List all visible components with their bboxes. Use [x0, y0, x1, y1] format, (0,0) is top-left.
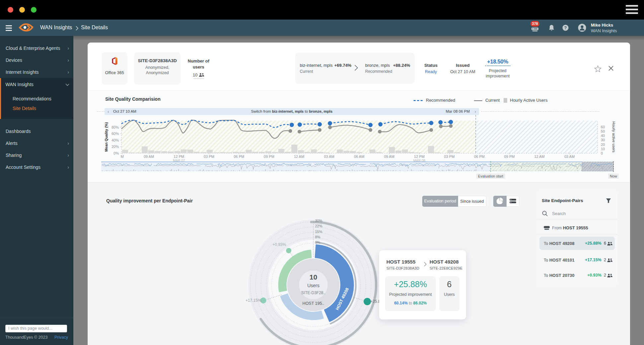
svg-text:M: M: [121, 155, 123, 159]
svg-text:SITE-D3F28..: SITE-D3F28..: [301, 290, 325, 295]
svg-text:09 AM: 09 AM: [384, 155, 394, 159]
svg-text:03 PM: 03 PM: [444, 155, 455, 159]
svg-text:Mean Quality (%): Mean Quality (%): [104, 122, 108, 152]
svg-text:12 AM: 12 AM: [534, 155, 544, 159]
svg-text:Hourly active users: Hourly active users: [612, 121, 616, 153]
svg-text:09 AM: 09 AM: [144, 155, 154, 159]
svg-text:10: 10: [309, 273, 317, 281]
svg-text:15%: 15%: [315, 230, 322, 234]
svg-text:12 PM: 12 PM: [414, 155, 425, 159]
svg-text:60%: 60%: [112, 132, 119, 136]
svg-text:09 PM: 09 PM: [504, 155, 515, 159]
svg-text:+0.93%: +0.93%: [273, 242, 286, 247]
svg-text:30: 30: [601, 138, 605, 142]
svg-text:+17.15%: +17.15%: [245, 298, 261, 303]
svg-text:8%: 8%: [315, 235, 320, 239]
svg-text:06 PM: 06 PM: [234, 155, 244, 159]
svg-text:10: 10: [601, 147, 605, 151]
svg-text:40%: 40%: [112, 138, 119, 142]
svg-text:Users: Users: [307, 283, 320, 288]
svg-text:0%: 0%: [114, 151, 119, 155]
svg-text:60: 60: [601, 125, 605, 129]
svg-text:50: 50: [601, 129, 605, 133]
svg-text:06 PM: 06 PM: [474, 155, 485, 159]
svg-text:03 AM: 03 AM: [564, 155, 575, 159]
svg-text:12 AM: 12 AM: [294, 155, 304, 159]
svg-text:80%: 80%: [112, 125, 119, 129]
svg-text:0%: 0%: [315, 240, 320, 244]
svg-text:09 PM: 09 PM: [264, 155, 275, 159]
svg-text:12 PM: 12 PM: [174, 155, 184, 159]
svg-text:Evaluation start: Evaluation start: [478, 174, 503, 178]
svg-text:Now: Now: [610, 174, 617, 178]
svg-text:?: ?: [564, 25, 567, 30]
svg-text:30%: 30%: [315, 219, 322, 223]
svg-text:40: 40: [601, 134, 605, 138]
svg-text:20%: 20%: [112, 145, 119, 149]
svg-text:0: 0: [601, 151, 603, 155]
svg-text:06 AM: 06 AM: [354, 155, 364, 159]
svg-text:HOST 195..: HOST 195..: [302, 301, 324, 306]
svg-text:20: 20: [601, 143, 605, 147]
svg-text:22%: 22%: [315, 224, 322, 228]
svg-text:03 AM: 03 AM: [324, 155, 334, 159]
svg-text:03 PM: 03 PM: [204, 155, 214, 159]
